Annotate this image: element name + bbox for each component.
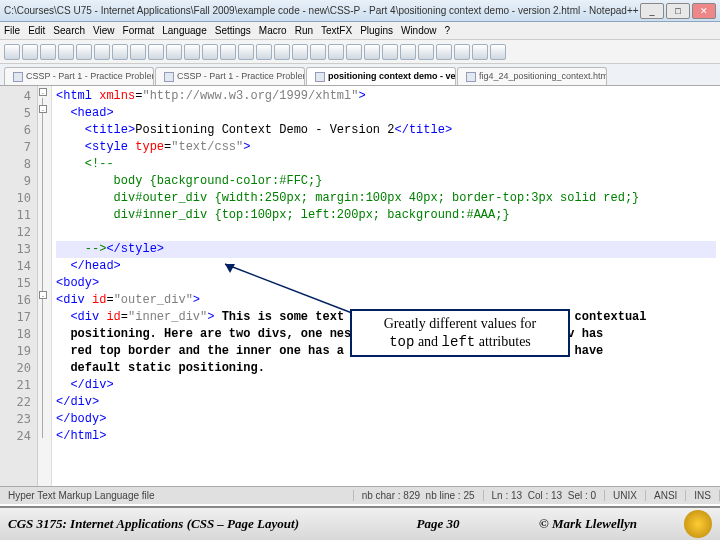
line-number: 22 <box>0 394 31 411</box>
code-line[interactable]: div#inner_div {top:100px; left:200px; ba… <box>56 207 716 224</box>
fold-toggle-icon[interactable]: - <box>39 88 47 96</box>
code-editor: 456789101112131415161718192021222324 - -… <box>0 86 720 486</box>
code-line[interactable]: <body> <box>56 275 716 292</box>
toolbar-icon[interactable] <box>400 44 416 60</box>
code-line[interactable]: <title>Positioning Context Demo - Versio… <box>56 122 716 139</box>
ucf-logo-icon <box>684 510 712 538</box>
code-line[interactable]: <div id="outer_div"> <box>56 292 716 309</box>
code-line[interactable]: --></style> <box>56 241 716 258</box>
file-tab[interactable]: CSSP - Part 1 - Practice Problem 1.html <box>4 67 154 85</box>
code-line[interactable]: body {background-color:#FFC;} <box>56 173 716 190</box>
annotation-code: top <box>389 334 414 350</box>
status-cursor: Ln : 13 Col : 13 Sel : 0 <box>484 490 606 501</box>
code-line[interactable] <box>56 224 716 241</box>
status-mode: INS <box>686 490 720 501</box>
menu-item[interactable]: Edit <box>28 25 45 36</box>
toolbar-icon[interactable] <box>292 44 308 60</box>
toolbar-icon[interactable] <box>76 44 92 60</box>
menu-item[interactable]: Format <box>123 25 155 36</box>
toolbar-icon[interactable] <box>94 44 110 60</box>
fold-toggle-icon[interactable]: - <box>39 291 47 299</box>
maximize-button[interactable]: □ <box>666 3 690 19</box>
line-number: 6 <box>0 122 31 139</box>
close-button[interactable]: ✕ <box>692 3 716 19</box>
status-charset: ANSI <box>646 490 686 501</box>
menu-item[interactable]: Macro <box>259 25 287 36</box>
file-tab[interactable]: CSSP - Part 1 - Practice Problem 2.html <box>155 67 305 85</box>
menu-item[interactable]: Language <box>162 25 207 36</box>
menu-item[interactable]: File <box>4 25 20 36</box>
toolbar-icon[interactable] <box>184 44 200 60</box>
code-line[interactable]: </html> <box>56 428 716 445</box>
annotation-callout: Greatly different values for top and lef… <box>350 309 570 357</box>
menu-item[interactable]: ? <box>445 25 451 36</box>
code-area[interactable]: <html xmlns="http://www.w3.org/1999/xhtm… <box>52 86 720 486</box>
code-line[interactable]: <!-- <box>56 156 716 173</box>
toolbar-icon[interactable] <box>346 44 362 60</box>
toolbar-icon[interactable] <box>328 44 344 60</box>
menu-item[interactable]: Run <box>295 25 313 36</box>
toolbar-icon[interactable] <box>364 44 380 60</box>
code-line[interactable]: </head> <box>56 258 716 275</box>
line-number: 7 <box>0 139 31 156</box>
line-number: 21 <box>0 377 31 394</box>
code-line[interactable]: <html xmlns="http://www.w3.org/1999/xhtm… <box>56 88 716 105</box>
toolbar-icon[interactable] <box>148 44 164 60</box>
menu-item[interactable]: Settings <box>215 25 251 36</box>
file-tab[interactable]: positioning context demo - version 2.htm… <box>306 67 456 85</box>
window-controls: _ □ ✕ <box>640 3 716 19</box>
code-line[interactable]: </div> <box>56 377 716 394</box>
line-number: 19 <box>0 343 31 360</box>
toolbar-icon[interactable] <box>454 44 470 60</box>
toolbar-icon[interactable] <box>382 44 398 60</box>
menu-item[interactable]: View <box>93 25 115 36</box>
toolbar-icon[interactable] <box>472 44 488 60</box>
line-number: 24 <box>0 428 31 445</box>
annotation-text: attributes <box>475 334 531 349</box>
menu-bar: FileEditSearchViewFormatLanguageSettings… <box>0 22 720 40</box>
line-number: 16 <box>0 292 31 309</box>
menu-item[interactable]: Window <box>401 25 437 36</box>
line-number: 8 <box>0 156 31 173</box>
toolbar-icon[interactable] <box>166 44 182 60</box>
toolbar-icon[interactable] <box>238 44 254 60</box>
toolbar-icon[interactable] <box>202 44 218 60</box>
code-line[interactable]: <style type="text/css"> <box>56 139 716 156</box>
file-icon <box>13 72 23 82</box>
toolbar-icon[interactable] <box>418 44 434 60</box>
file-icon <box>164 72 174 82</box>
menu-item[interactable]: Plugins <box>360 25 393 36</box>
line-number: 12 <box>0 224 31 241</box>
window-title: C:\Courses\CS U75 - Internet Application… <box>4 5 640 16</box>
menu-item[interactable]: Search <box>53 25 85 36</box>
status-encoding: UNIX <box>605 490 646 501</box>
toolbar <box>0 40 720 64</box>
code-line[interactable]: div#outer_div {width:250px; margin:100px… <box>56 190 716 207</box>
code-line[interactable]: </body> <box>56 411 716 428</box>
toolbar-icon[interactable] <box>436 44 452 60</box>
toolbar-icon[interactable] <box>4 44 20 60</box>
svg-line-0 <box>225 264 365 318</box>
code-line[interactable]: <head> <box>56 105 716 122</box>
menu-item[interactable]: TextFX <box>321 25 352 36</box>
toolbar-icon[interactable] <box>58 44 74 60</box>
toolbar-icon[interactable] <box>310 44 326 60</box>
toolbar-icon[interactable] <box>130 44 146 60</box>
code-line[interactable]: </div> <box>56 394 716 411</box>
toolbar-icon[interactable] <box>220 44 236 60</box>
toolbar-icon[interactable] <box>256 44 272 60</box>
status-bar: Hyper Text Markup Language file nb char … <box>0 486 720 504</box>
minimize-button[interactable]: _ <box>640 3 664 19</box>
toolbar-icon[interactable] <box>112 44 128 60</box>
toolbar-icon[interactable] <box>274 44 290 60</box>
status-filetype: Hyper Text Markup Language file <box>0 490 354 501</box>
code-line[interactable]: default static positioning. <box>56 360 716 377</box>
svg-marker-1 <box>225 264 235 273</box>
footer-page: Page 30 <box>378 516 498 532</box>
toolbar-icon[interactable] <box>40 44 56 60</box>
fold-toggle-icon[interactable]: - <box>39 105 47 113</box>
toolbar-icon[interactable] <box>22 44 38 60</box>
toolbar-icon[interactable] <box>490 44 506 60</box>
line-number: 4 <box>0 88 31 105</box>
file-tab[interactable]: fig4_24_positioning_context.htm <box>457 67 607 85</box>
